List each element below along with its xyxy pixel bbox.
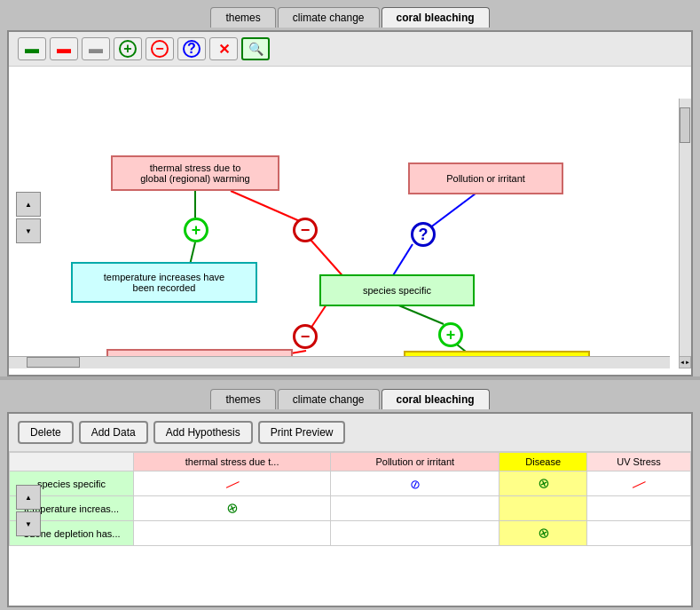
green-rect-btn[interactable]: ▬ — [18, 37, 46, 60]
minus-red-btn[interactable]: − — [146, 37, 174, 60]
cell-temp-uv[interactable] — [587, 496, 691, 521]
plus-circle-4[interactable]: + — [438, 322, 463, 347]
side-btn-top[interactable]: ▲ — [16, 192, 41, 217]
add-hypothesis-button[interactable]: Add Hypothesis — [153, 421, 253, 444]
delete-btn[interactable]: ✕ — [209, 37, 238, 60]
cell-ozone-pollution[interactable] — [331, 521, 499, 546]
cell-ozone-disease[interactable]: ⊕ — [499, 521, 587, 546]
gray-rect-btn[interactable]: ▬ — [82, 37, 110, 60]
minus-circle-3[interactable]: − — [293, 324, 318, 349]
bottom-tab-bar: themes climate change coral bleaching — [0, 382, 700, 412]
question-circle[interactable]: ? — [411, 222, 436, 247]
tab-coral-bleaching-top[interactable]: coral bleaching — [381, 7, 490, 28]
toolbar: ▬ ▬ ▬ + − ? ✕ 🔍 — [9, 32, 691, 67]
delete-button[interactable]: Delete — [18, 421, 74, 444]
cell-temp-pollution[interactable] — [331, 496, 499, 521]
col-header-disease: Disease — [499, 453, 587, 471]
add-green-btn[interactable]: + — [114, 37, 142, 60]
table-row: temperature increas... ⊕ — [10, 496, 691, 521]
green-plus-icon-3: ⊕ — [534, 523, 552, 543]
panel-divider — [0, 376, 700, 380]
green-plus-icon-2: ⊕ — [224, 498, 241, 519]
tab-climate-change-top[interactable]: climate change — [278, 7, 380, 28]
table-row: species specific — ⊘ ⊕ — — [10, 471, 691, 496]
tab-themes-top[interactable]: themes — [210, 7, 275, 28]
cell-temp-thermal[interactable]: ⊕ — [134, 496, 331, 521]
minus-circle-2[interactable]: − — [293, 218, 318, 242]
print-preview-button[interactable]: Print Preview — [258, 421, 346, 444]
search-btn[interactable]: 🔍 — [241, 37, 270, 60]
diagram-canvas[interactable]: thermal stress due to global (regional) … — [9, 67, 691, 368]
cell-ozone-thermal[interactable] — [134, 521, 331, 546]
question-btn[interactable]: ? — [177, 37, 206, 60]
main-canvas-container: ▬ ▬ ▬ + − ? ✕ 🔍 — [7, 30, 693, 376]
action-btn-bar: Delete Add Data Add Hypothesis Print Pre… — [9, 414, 691, 452]
species-specific-node[interactable]: species specific — [319, 274, 475, 306]
svg-line-2 — [231, 191, 302, 222]
col-header-empty — [10, 453, 134, 471]
red-rect-btn[interactable]: ▬ — [50, 37, 78, 60]
col-header-uv: UV Stress — [587, 453, 691, 471]
tab-coral-bleaching-bottom[interactable]: coral bleaching — [381, 389, 490, 409]
cell-species-pollution[interactable]: ⊘ — [331, 471, 499, 496]
side-btn-bottom-down[interactable]: ▼ — [16, 511, 41, 536]
horizontal-scrollbar[interactable] — [9, 356, 670, 368]
cell-species-uv[interactable]: — — [587, 471, 691, 496]
side-btn-bottom-top[interactable]: ▲ — [16, 485, 41, 510]
blue-question-icon: ⊘ — [407, 475, 422, 492]
cell-species-disease[interactable]: ⊕ — [499, 471, 587, 496]
cell-temp-disease[interactable] — [499, 496, 587, 521]
temp-increases-node[interactable]: temperature increases have been recorded — [71, 262, 257, 303]
col-header-thermal: thermal stress due t... — [134, 453, 331, 471]
scroll-corner[interactable]: ◄► — [679, 356, 691, 368]
table-row: Ozone depletion has... ⊕ — [10, 521, 691, 546]
vertical-scrollbar[interactable] — [679, 99, 691, 368]
cell-ozone-uv[interactable] — [587, 521, 691, 546]
green-plus-icon: ⊕ — [534, 473, 552, 494]
relationship-table: thermal stress due t... Pollution or irr… — [9, 452, 691, 546]
side-btn-bottom[interactable]: ▼ — [16, 218, 41, 243]
cell-species-thermal[interactable]: — — [134, 471, 331, 496]
top-tab-bar: themes climate change coral bleaching — [0, 0, 700, 30]
data-table-container[interactable]: thermal stress due t... Pollution or irr… — [9, 452, 691, 603]
tab-climate-change-bottom[interactable]: climate change — [278, 389, 380, 409]
pollution-node[interactable]: Pollution or irritant — [408, 162, 563, 194]
thermal-stress-node[interactable]: thermal stress due to global (regional) … — [111, 155, 279, 191]
add-data-button[interactable]: Add Data — [79, 421, 148, 444]
red-minus-icon-2: — — [629, 473, 649, 494]
tab-themes-bottom[interactable]: themes — [210, 389, 275, 409]
bottom-panel: Delete Add Data Add Hypothesis Print Pre… — [7, 412, 693, 607]
svg-line-4 — [426, 191, 479, 231]
plus-circle-1[interactable]: + — [184, 218, 208, 242]
red-minus-icon: — — [223, 473, 242, 494]
col-header-pollution: Pollution or irritant — [331, 453, 499, 471]
